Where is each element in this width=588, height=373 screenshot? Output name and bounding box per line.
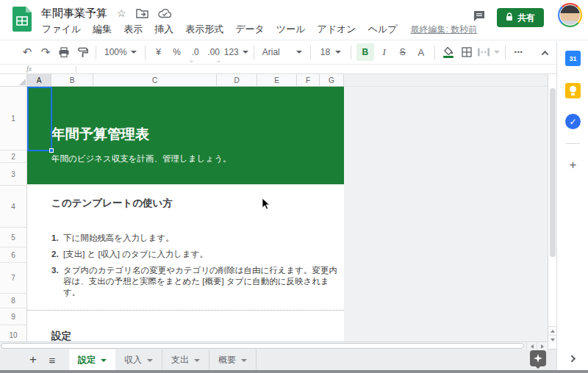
calendar-icon[interactable]: 31 — [565, 51, 581, 66]
print-button[interactable] — [56, 43, 72, 61]
scroll-up-button[interactable] — [548, 326, 556, 335]
column-header-f[interactable]: F — [297, 74, 320, 87]
bold-button[interactable]: B — [356, 43, 374, 61]
redo-button[interactable]: ↷ — [37, 43, 54, 61]
hide-side-panel-button[interactable] — [567, 352, 578, 364]
banner-cell[interactable]: 年間予算管理表 年間のビジネス収支を計画、管理しましょう。 — [27, 87, 344, 184]
share-button[interactable]: 共有 — [497, 8, 544, 27]
side-panel-divider — [566, 143, 580, 144]
formula-bar-divider — [76, 66, 76, 73]
all-sheets-button[interactable]: ≡ — [44, 352, 60, 368]
menu-edit[interactable]: 編集 — [87, 22, 118, 37]
last-edit-link[interactable]: 最終編集: 数秒前 — [411, 23, 478, 36]
chevron-down-icon[interactable] — [147, 359, 153, 362]
horizontal-scrollbar[interactable] — [0, 341, 548, 350]
get-addons-button[interactable]: + — [565, 157, 581, 173]
scroll-left-button[interactable] — [526, 342, 537, 350]
formula-bar[interactable]: fx — [0, 65, 556, 74]
active-cell-selection[interactable] — [27, 87, 52, 151]
menu-insert[interactable]: 挿入 — [148, 22, 179, 37]
undo-button[interactable]: ↶ — [19, 43, 35, 61]
tasks-icon[interactable]: ✓ — [565, 114, 581, 129]
hide-menus-button[interactable] — [539, 47, 551, 59]
menu-help[interactable]: ヘルプ — [362, 22, 404, 37]
menu-file[interactable]: ファイル — [36, 22, 87, 37]
vertical-scrollbar[interactable] — [548, 87, 556, 349]
increase-decimal-button[interactable]: .00 — [206, 43, 222, 61]
app-header: 年間事業予算 ☆ ファイル 編集 表示 挿入 表示形式 データ ツー — [0, 0, 588, 40]
row-header-5[interactable]: 5 — [0, 228, 26, 247]
column-header-c[interactable]: C — [93, 74, 217, 87]
more-toolbar-button[interactable]: ⋯ — [511, 43, 527, 61]
format-percent-button[interactable]: % — [169, 43, 185, 61]
scroll-right-button[interactable] — [537, 342, 547, 350]
font-family-select[interactable]: Arial — [259, 43, 305, 61]
horizontal-scrollbar-thumb[interactable] — [1, 343, 524, 349]
row-header-9[interactable]: 9 — [0, 308, 26, 325]
italic-button[interactable]: I — [376, 43, 392, 61]
fill-color-button[interactable] — [440, 43, 456, 61]
fx-label: fx — [26, 65, 32, 73]
chevron-down-icon[interactable] — [194, 359, 200, 362]
text-color-button[interactable]: A — [413, 43, 429, 61]
borders-button[interactable] — [459, 43, 475, 61]
fill-color-swatch — [443, 56, 453, 58]
row-header-3[interactable]: 3 — [0, 163, 26, 186]
sheets-logo-icon[interactable] — [12, 7, 32, 35]
paint-format-button[interactable] — [74, 43, 90, 61]
lock-icon — [506, 12, 513, 23]
move-folder-icon[interactable] — [136, 8, 148, 18]
column-header-e[interactable]: E — [257, 74, 297, 87]
row-header-8[interactable]: 8 — [0, 294, 26, 308]
more-formats-button[interactable]: 123 — [224, 43, 248, 61]
sheet-tab-income[interactable]: 収入 — [115, 350, 162, 371]
keep-icon[interactable] — [565, 83, 581, 98]
add-sheet-button[interactable]: + — [25, 352, 41, 368]
document-title[interactable]: 年間事業予算 — [41, 7, 107, 21]
scroll-down-button[interactable] — [548, 335, 556, 344]
cloud-saved-icon[interactable] — [158, 9, 171, 18]
comment-history-icon[interactable] — [473, 10, 486, 25]
menu-addons[interactable]: アドオン — [311, 22, 362, 37]
menu-view[interactable]: 表示 — [118, 22, 148, 37]
menu-data[interactable]: データ — [229, 22, 270, 37]
fill-handle[interactable] — [49, 148, 54, 153]
column-header-d[interactable]: D — [217, 74, 257, 87]
user-avatar[interactable] — [558, 3, 582, 27]
step-3-cell[interactable]: 3. タブ内のカテゴリ名の変更やカテゴリの削除は自由に行えます。変更内容は、支出… — [51, 265, 338, 298]
menu-tools[interactable]: ツール — [270, 22, 312, 37]
sheet-tab-summary[interactable]: 概要 — [209, 350, 257, 371]
font-size-select[interactable]: 18 — [316, 43, 345, 61]
column-header-filler — [344, 74, 548, 87]
column-header-g[interactable]: G — [320, 74, 344, 87]
spreadsheet-grid[interactable]: 年間予算管理表 年間のビジネス収支を計画、管理しましょう。 このテンプレートの使… — [0, 87, 556, 349]
format-currency-button[interactable]: ¥ — [151, 43, 167, 61]
vertical-scrollbar-thumb[interactable] — [550, 88, 556, 257]
menu-format[interactable]: 表示形式 — [179, 22, 229, 37]
row-header-2[interactable]: 2 — [0, 151, 26, 163]
toolbar-divider — [96, 46, 96, 59]
step-1-cell[interactable]: 1. 下に開始残高を入力します。 — [51, 233, 174, 244]
howto-heading-cell[interactable]: このテンプレートの使い方 — [51, 197, 173, 210]
explore-button[interactable] — [530, 350, 546, 366]
step-2-cell[interactable]: 2. [支出] と [収入] のタブに入力します。 — [51, 249, 208, 260]
zoom-select[interactable]: 100% — [101, 43, 140, 61]
column-header-b[interactable]: B — [51, 74, 93, 87]
scrollbar-corner — [548, 74, 556, 87]
chevron-right-icon — [568, 355, 576, 362]
chevron-down-icon[interactable] — [241, 359, 247, 362]
sheet-tab-expenses[interactable]: 支出 — [162, 350, 209, 371]
row-header-1[interactable]: 1 — [0, 87, 26, 151]
sheet-tab-settings[interactable]: 設定 — [69, 350, 115, 371]
row-header-6[interactable]: 6 — [0, 247, 26, 263]
select-all-corner[interactable] — [0, 74, 27, 87]
merge-cells-button[interactable] — [477, 43, 500, 61]
star-icon[interactable]: ☆ — [117, 7, 126, 19]
avatar-photo — [559, 4, 581, 26]
decrease-decimal-button[interactable]: .0 — [187, 43, 204, 61]
column-header-a[interactable]: A — [27, 74, 51, 87]
chevron-down-icon[interactable] — [101, 359, 107, 362]
strikethrough-button[interactable]: S — [395, 43, 411, 61]
row-header-4[interactable]: 4 — [0, 186, 26, 228]
row-header-7[interactable]: 7 — [0, 263, 26, 294]
